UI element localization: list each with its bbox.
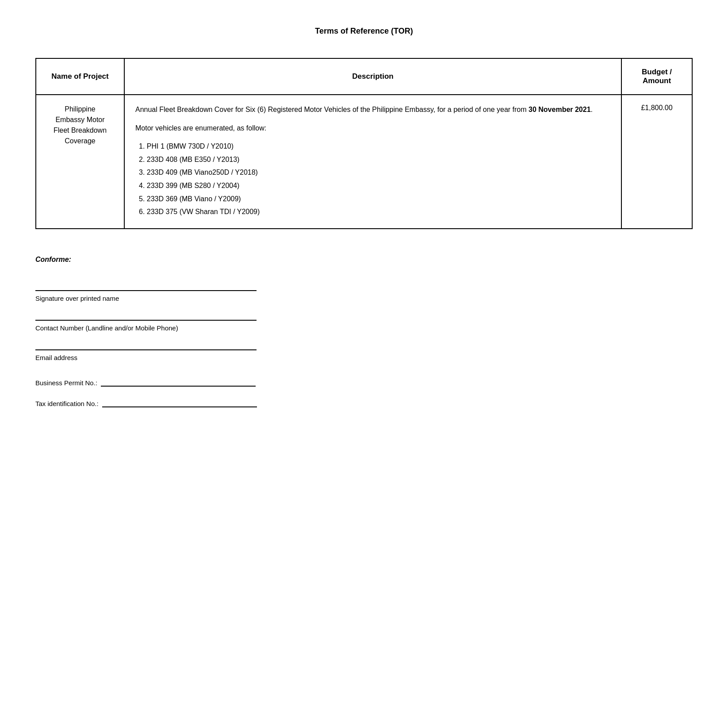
table-row: PhilippineEmbassy MotorFleet BreakdownCo… (36, 95, 692, 229)
list-item: 4. 233D 399 (MB S280 / Y2004) (135, 180, 610, 192)
business-permit-label: Business Permit No.: (35, 379, 97, 387)
bold-date: 30 November 2021 (529, 106, 591, 113)
contact-line (35, 320, 257, 321)
description-para1: Annual Fleet Breakdown Cover for Six (6)… (135, 104, 610, 115)
project-name-text: PhilippineEmbassy MotorFleet BreakdownCo… (54, 105, 107, 145)
signature-block: Signature over printed name (35, 290, 693, 302)
email-block: Email address (35, 349, 693, 361)
tor-table: Name of Project Description Budget / Amo… (35, 58, 693, 229)
tax-id-underline (102, 406, 257, 407)
budget-cell: £1,800.00 (621, 95, 692, 229)
tax-id-label: Tax identification No.: (35, 400, 99, 407)
page-title: Terms of Reference (TOR) (35, 27, 693, 36)
list-item: 3. 233D 409 (MB Viano250D / Y2018) (135, 167, 610, 178)
email-label: Email address (35, 354, 693, 361)
col-header-budget: Budget / Amount (621, 58, 692, 95)
list-item: 5. 233D 369 (MB Viano / Y2009) (135, 193, 610, 205)
email-line (35, 349, 257, 350)
contact-label: Contact Number (Landline and/or Mobile P… (35, 324, 693, 332)
conforme-section: Conforme: Signature over printed name Co… (35, 256, 693, 407)
vehicle-list: 1. PHI 1 (BMW 730D / Y2010) 2. 233D 408 … (135, 141, 610, 218)
col-header-description: Description (124, 58, 621, 95)
list-item: 6. 233D 375 (VW Sharan TDI / Y2009) (135, 206, 610, 218)
contact-block: Contact Number (Landline and/or Mobile P… (35, 320, 693, 332)
description-para2: Motor vehicles are enumerated, as follow… (135, 123, 610, 134)
conforme-label: Conforme: (35, 256, 693, 264)
list-item: 2. 233D 408 (MB E350 / Y2013) (135, 154, 610, 165)
col-header-name: Name of Project (36, 58, 124, 95)
description-cell: Annual Fleet Breakdown Cover for Six (6)… (124, 95, 621, 229)
business-permit-underline (101, 386, 256, 387)
signature-label: Signature over printed name (35, 295, 693, 302)
business-permit-block: Business Permit No.: (35, 379, 693, 387)
signature-line (35, 290, 257, 291)
list-item: 1. PHI 1 (BMW 730D / Y2010) (135, 141, 610, 152)
project-name-cell: PhilippineEmbassy MotorFleet BreakdownCo… (36, 95, 124, 229)
tax-id-block: Tax identification No.: (35, 400, 693, 407)
